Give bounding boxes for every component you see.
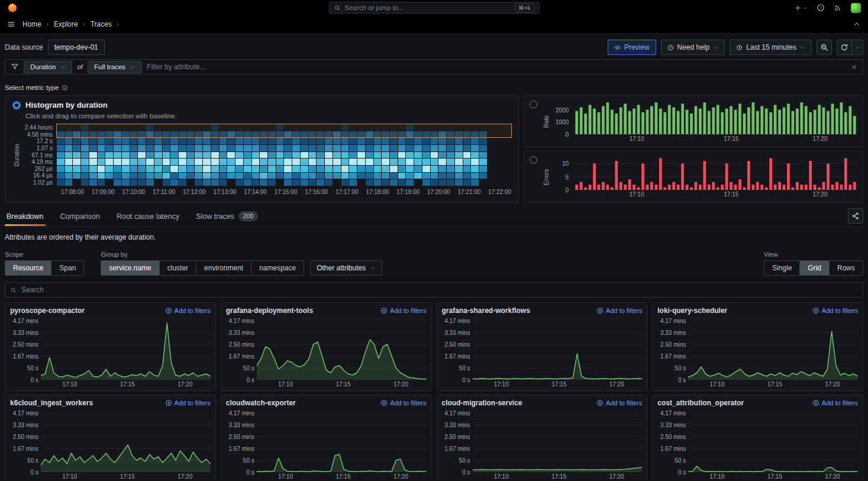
- add-to-filters-button[interactable]: Add to filters: [165, 399, 211, 406]
- zoom-out-icon: [820, 43, 828, 51]
- global-search-input[interactable]: Search or jump to... ⌘+k: [329, 2, 540, 14]
- grafana-logo-icon[interactable]: [7, 2, 18, 13]
- other-attributes-select[interactable]: Other attributes: [310, 260, 382, 276]
- heatmap-selection[interactable]: [56, 124, 512, 138]
- errors-radio[interactable]: [530, 156, 537, 164]
- y-tick-label: 4.17 mins: [228, 410, 254, 417]
- filter-attribute-input[interactable]: Filter by attribute...: [147, 63, 205, 71]
- heatmap-cell: [488, 166, 495, 172]
- errors-y-axis: 1050: [551, 156, 571, 190]
- y-tick-label: 50 s: [675, 457, 686, 464]
- groupby-namespace[interactable]: namespace: [251, 260, 304, 276]
- y-tick-label: 3.33 mins: [228, 422, 254, 428]
- tab-root-cause-latency[interactable]: Root cause latency: [115, 208, 181, 226]
- heatmap-cell: [268, 179, 276, 186]
- refresh-interval-dropdown[interactable]: [852, 40, 863, 55]
- service-x-axis: 17:1017:1517:20: [473, 473, 643, 481]
- duration-heatmap[interactable]: [57, 124, 511, 186]
- heatmap-cell: [130, 145, 138, 151]
- add-to-filters-label: Add to filters: [390, 399, 426, 406]
- heatmap-cell: [488, 145, 495, 151]
- datasource-picker[interactable]: tempo-dev-01: [48, 40, 105, 55]
- top-navbar: Search or jump to... ⌘+k ?: [0, 0, 868, 15]
- add-to-filters-button[interactable]: Add to filters: [596, 307, 642, 314]
- time-range-label: Last 15 minutes: [746, 43, 796, 51]
- zoom-out-button[interactable]: [817, 40, 832, 55]
- tab-breakdown[interactable]: Breakdown: [5, 208, 46, 226]
- heatmap-cell: [438, 145, 446, 151]
- view-rows[interactable]: Rows: [829, 260, 863, 276]
- chevron-up-icon[interactable]: [853, 20, 861, 28]
- x-tick-label: 17:15: [551, 473, 566, 480]
- heatmap-cell: [357, 173, 365, 179]
- groupby-environment[interactable]: environment: [196, 260, 251, 276]
- preview-button[interactable]: Preview: [608, 40, 656, 55]
- add-to-filters-button[interactable]: Add to filters: [812, 307, 858, 314]
- view-grid[interactable]: Grid: [799, 260, 829, 276]
- add-to-filters-button[interactable]: Add to filters: [165, 307, 211, 314]
- histogram-radio[interactable]: [12, 101, 21, 109]
- heatmap-cell: [349, 159, 357, 165]
- heatmap-cell: [309, 159, 317, 165]
- breadcrumb-item[interactable]: Traces: [91, 20, 124, 28]
- heatmap-cell: [252, 166, 260, 172]
- time-range-picker[interactable]: Last 15 minutes: [730, 40, 812, 55]
- refresh-button[interactable]: [837, 40, 852, 55]
- heatmap-x-axis: 17:08:0017:09:0017:10:0017:11:0017:12:00…: [61, 189, 511, 195]
- heatmap-cell: [105, 166, 113, 172]
- heatmap-cell: [98, 166, 105, 172]
- y-tick-label: 2.50 mins: [660, 434, 686, 440]
- y-tick-label: 4.17 mins: [444, 318, 470, 324]
- heatmap-cell: [187, 179, 195, 186]
- heatmap-cell: [414, 145, 422, 151]
- scope-resource[interactable]: Resource: [5, 260, 51, 276]
- groupby-cluster[interactable]: cluster: [159, 260, 196, 276]
- y-tick-label: 4.17 mins: [13, 410, 38, 417]
- breadcrumb-item[interactable]: Explore: [54, 20, 91, 28]
- heatmap-cell: [447, 179, 454, 186]
- news-button[interactable]: [834, 4, 842, 12]
- heatmap-cell: [357, 166, 365, 172]
- view-single[interactable]: Single: [764, 260, 799, 276]
- user-avatar[interactable]: [851, 3, 861, 13]
- heatmap-cell: [105, 138, 113, 144]
- add-menu-button[interactable]: [795, 5, 808, 11]
- breadcrumb: HomeExploreTraces: [22, 20, 124, 28]
- heatmap-cell: [268, 145, 276, 151]
- menu-toggle-icon[interactable]: [7, 20, 15, 28]
- add-to-filters-button[interactable]: Add to filters: [380, 399, 426, 406]
- need-help-button[interactable]: ? Need help: [661, 40, 725, 55]
- add-to-filters-button[interactable]: Add to filters: [596, 399, 642, 406]
- heatmap-cell: [414, 159, 422, 165]
- attribute-search-input[interactable]: Search: [5, 282, 863, 298]
- traces-select[interactable]: Full traces: [88, 61, 142, 73]
- scope-span[interactable]: Span: [51, 260, 84, 276]
- info-circle-icon[interactable]: [62, 85, 68, 91]
- rate-radio[interactable]: [530, 101, 537, 108]
- clear-filter-icon[interactable]: [851, 64, 857, 70]
- duration-select[interactable]: Duration: [24, 61, 72, 73]
- heatmap-cell: [81, 179, 89, 186]
- heatmap-cell: [203, 166, 211, 172]
- breadcrumb-item[interactable]: Home: [22, 20, 54, 28]
- heatmap-cell: [301, 166, 308, 172]
- y-tick-label: 4.17 mins: [660, 318, 686, 324]
- add-to-filters-button[interactable]: Add to filters: [380, 307, 426, 314]
- share-button[interactable]: [848, 208, 863, 224]
- tab-comparison[interactable]: Comparison: [59, 208, 102, 226]
- heatmap-cell: [374, 138, 382, 144]
- add-to-filters-button[interactable]: Add to filters: [812, 399, 858, 406]
- help-button[interactable]: ?: [817, 4, 825, 12]
- heatmap-cell: [284, 179, 292, 186]
- heatmap-cell: [89, 173, 97, 179]
- tab-slow-traces[interactable]: Slow traces200: [194, 207, 260, 227]
- x-tick-label: 17:10: [709, 473, 724, 480]
- heatmap-cell: [455, 179, 463, 186]
- heatmap-cell: [187, 173, 195, 179]
- y-tick-label: 1.67 mins: [444, 446, 470, 452]
- y-tick-label: 2.50 mins: [444, 341, 470, 348]
- filter-of-label: of: [77, 63, 83, 70]
- plus-circle-icon: [380, 399, 388, 406]
- groupby-service-name[interactable]: service.name: [101, 260, 159, 276]
- y-tick-label: 0 s: [246, 377, 254, 383]
